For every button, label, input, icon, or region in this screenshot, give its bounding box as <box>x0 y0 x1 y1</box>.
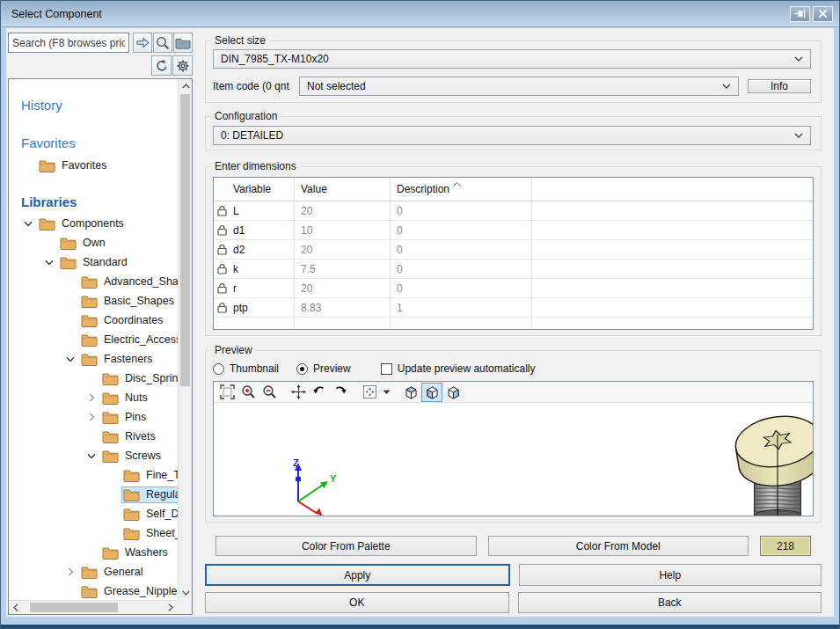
tree-item-electric-accessor[interactable]: Electric_Accessor <box>9 330 178 349</box>
zoom-out-icon[interactable] <box>259 383 280 402</box>
title-bar[interactable]: Select Component <box>1 1 839 27</box>
tree-selected-item[interactable]: Regular <box>121 486 178 503</box>
tree-item-body[interactable]: Fasteners <box>79 351 157 368</box>
tree-item-body[interactable]: Basic_Shapes <box>79 293 178 310</box>
column-divider[interactable] <box>294 178 295 329</box>
tree-horizontal-scrollbar[interactable] <box>9 600 178 614</box>
configuration-select[interactable]: 0: DETAILED <box>213 126 811 145</box>
chevron-down-icon[interactable] <box>83 453 100 459</box>
open-folder-icon[interactable] <box>173 33 193 53</box>
value-cell[interactable]: 10 <box>294 224 390 237</box>
tree-item-body[interactable]: Own <box>58 235 109 252</box>
tree-item-body[interactable]: Fine_Th <box>121 467 178 484</box>
lock-icon[interactable] <box>214 224 230 236</box>
vertical-scroll-thumb[interactable] <box>180 94 190 386</box>
go-arrow-icon[interactable] <box>133 33 152 53</box>
fit-view-icon[interactable] <box>216 383 237 402</box>
thumbnail-radio[interactable] <box>213 363 224 375</box>
lock-icon[interactable] <box>214 263 230 274</box>
tree-item-standard[interactable]: Standard <box>9 252 178 272</box>
chevron-down-icon[interactable] <box>62 356 79 362</box>
tree-item-body[interactable]: Electric_Accessor <box>79 332 178 348</box>
tree-item-general[interactable]: General <box>9 562 178 581</box>
scroll-up-icon[interactable] <box>179 79 193 93</box>
tree-item-disc-springs[interactable]: Disc_Springs <box>9 369 178 388</box>
value-cell[interactable]: 8.83 <box>294 302 390 314</box>
tree-item-rivets[interactable]: Rivets <box>9 427 178 446</box>
pan-icon[interactable] <box>288 383 309 402</box>
tree-item-sheet-m[interactable]: Sheet_M <box>9 523 178 543</box>
tree-item-favorites[interactable]: Favorites <box>9 156 178 175</box>
tree-item-favorites[interactable]: Favorites <box>9 133 178 152</box>
lock-icon[interactable] <box>214 302 230 313</box>
lock-icon[interactable] <box>214 205 230 216</box>
color-from-model-button[interactable]: Color From Model <box>488 536 749 556</box>
value-cell[interactable]: 20 <box>294 244 390 256</box>
preview-canvas[interactable]: Z Y X <box>214 403 813 516</box>
column-divider[interactable] <box>390 178 391 329</box>
tree-item-basic-shapes[interactable]: Basic_Shapes <box>9 291 178 311</box>
update-preview-checkbox[interactable] <box>381 363 392 375</box>
tree-item-body[interactable]: Coordinates <box>79 312 166 329</box>
rotate-right-icon[interactable] <box>330 383 351 402</box>
view-cube-a-icon[interactable] <box>400 383 421 402</box>
horizontal-scroll-thumb[interactable] <box>30 603 118 612</box>
tree-item-own[interactable]: Own <box>9 233 178 252</box>
info-button[interactable]: Info <box>748 79 811 93</box>
close-icon[interactable] <box>813 6 833 22</box>
chevron-down-icon[interactable] <box>19 221 37 227</box>
ok-button[interactable]: OK <box>205 592 509 613</box>
zoom-in-icon[interactable] <box>237 383 259 402</box>
value-cell[interactable]: 20 <box>294 282 390 295</box>
tree-item-advanced-shape[interactable]: Advanced_Shape <box>9 272 178 291</box>
back-button[interactable]: Back <box>518 592 822 613</box>
scroll-left-icon[interactable] <box>9 601 23 615</box>
view-cube-c-icon[interactable] <box>442 383 464 402</box>
apply-button[interactable]: Apply <box>205 564 510 586</box>
tree-item-washers[interactable]: Washers <box>9 543 178 562</box>
lock-icon[interactable] <box>214 282 230 294</box>
lock-icon[interactable] <box>214 244 230 255</box>
chevron-right-icon[interactable] <box>83 393 100 402</box>
chevron-right-icon[interactable] <box>62 567 79 576</box>
tree-item-screws[interactable]: Screws <box>9 446 178 465</box>
tree-item-nuts[interactable]: Nuts <box>9 388 178 407</box>
tree-item-libraries[interactable]: Libraries <box>9 192 178 211</box>
column-divider[interactable] <box>531 178 532 329</box>
color-swatch-button[interactable]: 218 <box>760 536 811 556</box>
help-button[interactable]: Help <box>519 564 822 586</box>
tree-item-body[interactable]: General <box>79 564 146 581</box>
chevron-down-icon[interactable] <box>40 260 58 266</box>
value-cell[interactable]: 7.5 <box>294 263 390 275</box>
column-header-value[interactable]: Value <box>294 183 390 195</box>
tree-item-body[interactable]: Favorites <box>37 157 110 174</box>
tree-item-body[interactable]: Disc_Springs <box>100 370 178 387</box>
chevron-right-icon[interactable] <box>83 413 100 421</box>
value-cell[interactable]: 20 <box>294 205 390 217</box>
view-caret-icon[interactable] <box>380 383 392 402</box>
size-select[interactable]: DIN_7985_TX-M10x20 <box>213 49 811 69</box>
rotate-left-icon[interactable] <box>309 383 330 402</box>
search-input[interactable] <box>8 33 129 53</box>
scroll-down-icon[interactable] <box>179 586 193 600</box>
tree-item-body[interactable]: Sheet_M <box>121 525 178 542</box>
tree-item-history[interactable]: History <box>9 95 178 114</box>
refresh-icon[interactable] <box>151 55 172 76</box>
preview-radio[interactable] <box>296 363 308 375</box>
search-icon[interactable] <box>153 33 172 53</box>
view-cube-b-icon[interactable] <box>421 383 442 402</box>
tree-item-body[interactable]: Washers <box>100 545 172 561</box>
item-code-select[interactable]: Not selected <box>299 77 739 96</box>
tree-item-body[interactable]: Self_Dri <box>121 506 178 523</box>
tree-item-components[interactable]: Components <box>9 214 178 233</box>
tree-vertical-scrollbar[interactable] <box>178 79 192 600</box>
color-from-palette-button[interactable]: Color From Palette <box>215 536 477 556</box>
tree-item-body[interactable]: Components <box>37 216 128 232</box>
scroll-right-icon[interactable] <box>164 601 178 615</box>
view-center-icon[interactable] <box>359 383 380 402</box>
tree-item-regular[interactable]: Regular <box>9 485 178 504</box>
tree-item-body[interactable]: Grease_Nipples <box>79 583 178 600</box>
tree-item-body[interactable]: Screws <box>100 448 164 464</box>
tree-item-self-dri[interactable]: Self_Dri <box>9 504 178 523</box>
tree-item-fasteners[interactable]: Fasteners <box>9 349 178 369</box>
